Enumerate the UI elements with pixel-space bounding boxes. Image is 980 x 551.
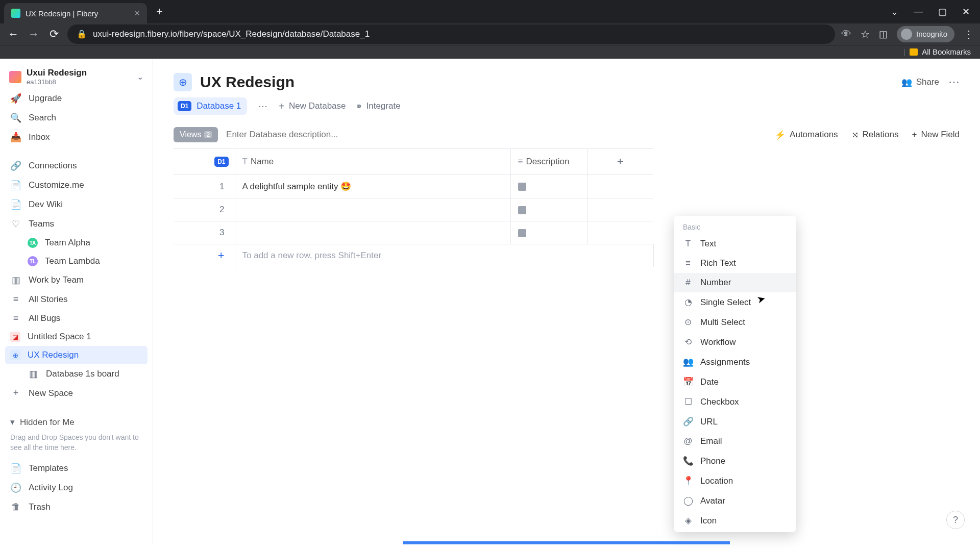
field-type-multi-select[interactable]: ⊙Multi Select [674,312,796,332]
field-type-rich-text[interactable]: ≡Rich Text [674,254,796,273]
extensions-icon[interactable]: ◫ [879,29,888,40]
sidebar-item-db1-board[interactable]: ▥Database 1s board [5,364,148,384]
field-type-number[interactable]: #Number [674,273,796,292]
back-button[interactable]: ← [6,28,20,41]
board-icon: ▥ [10,274,21,286]
chevron-down-icon[interactable]: ⌄ [891,6,898,17]
tab-close-icon[interactable]: × [134,8,140,19]
location-icon: 📍 [683,475,693,486]
incognito-badge[interactable]: Incognito [897,26,954,42]
automations-button[interactable]: ⚡Automations [775,130,838,140]
workspace-avatar-icon [9,71,21,83]
database-chip[interactable]: D1 Database 1 [174,97,247,115]
field-type-label: Single Select [700,297,751,308]
page-title[interactable]: UX Redesign [200,73,295,91]
new-field-button[interactable]: +New Field [912,130,960,140]
page-icon[interactable]: ⊕ [174,73,192,91]
relations-button[interactable]: ⤭Relations [851,130,899,140]
field-type-location[interactable]: 📍Location [674,471,796,491]
phone-icon: 📞 [683,456,693,466]
field-type-assignments[interactable]: 👥Assignments [674,352,796,372]
tab-bar: UX Redesign | Fibery × + ⌄ ― ▢ ✕ [0,0,980,23]
field-type-avatar[interactable]: ◯Avatar [674,491,796,511]
share-button[interactable]: 👥Share [901,77,939,88]
activity-log-label: Activity Log [29,483,73,493]
sidebar-item-untitled-space[interactable]: ◪Untitled Space 1 [5,328,148,346]
browser-tab[interactable]: UX Redesign | Fibery × [4,3,147,23]
nav-right: 👁 ☆ ◫ Incognito ⋮ [841,26,974,42]
dropdown-scroll[interactable]: Basic TText≡Rich Text#Number◔Single Sele… [674,220,796,532]
upgrade-button[interactable]: 🚀Upgrade [5,89,148,108]
cell-desc[interactable] [510,198,587,221]
description-input[interactable] [226,130,767,140]
bookmark-bar: | All Bookmarks [0,45,980,59]
cell-empty [587,221,653,244]
sidebar-item-devwiki[interactable]: 📄Dev Wiki [5,195,148,214]
col-header-description[interactable]: ≡Description [510,149,587,175]
field-type-email[interactable]: @Email [674,432,796,451]
reload-button[interactable]: ⟳ [47,28,61,41]
field-type-icon[interactable]: ◈Icon [674,511,796,531]
search-button[interactable]: 🔍Search [5,108,148,128]
url-bar[interactable]: 🔒 uxui-redesign.fibery.io/fibery/space/U… [67,24,835,44]
sidebar-item-all-bugs[interactable]: ≡All Bugs [5,309,148,328]
sidebar-item-team-lambda[interactable]: TLTeam Lambda [5,252,148,270]
field-type-date[interactable]: 📅Date [674,372,796,392]
help-button[interactable]: ? [946,511,965,529]
tab-favicon-icon [11,9,20,18]
field-type-label: Multi Select [700,317,745,328]
cell-desc[interactable] [510,221,587,244]
forward-button[interactable]: → [27,28,41,41]
new-database-button[interactable]: +New Database [279,101,346,112]
workspace-switcher[interactable]: Uxui Redesign ea131bb8 ⌄ [5,65,148,89]
views-count: 2 [204,131,212,138]
views-button[interactable]: Views2 [174,127,218,142]
maximize-icon[interactable]: ▢ [938,6,947,17]
url-text: uxui-redesign.fibery.io/fibery/space/UX_… [93,29,370,39]
clock-icon: 🕘 [10,482,21,493]
table-row[interactable]: 2 [174,198,653,221]
table-row[interactable]: 1 A delightful sample entity 🤩 [174,175,653,198]
cell-name[interactable]: A delightful sample entity 🤩 [235,175,510,198]
trash-button[interactable]: 🗑Trash [5,497,148,516]
cell-desc[interactable] [510,175,587,198]
chevron-down-icon: ⌄ [137,72,143,82]
new-space-button[interactable]: +New Space [5,384,148,403]
cell-name[interactable] [235,198,510,221]
activity-log-button[interactable]: 🕘Activity Log [5,478,148,497]
relations-icon: ⤭ [851,130,859,140]
field-type-url[interactable]: 🔗URL [674,412,796,432]
connections-label: Connections [29,161,77,171]
star-icon[interactable]: ☆ [861,28,870,40]
table-row[interactable]: 3 [174,221,653,244]
field-type-checkbox[interactable]: ☐Checkbox [674,392,796,412]
col-header-name[interactable]: TName [235,149,510,175]
all-bookmarks-button[interactable]: All Bookmarks [922,47,971,56]
add-column-button[interactable]: + [587,149,653,175]
field-type-workflow[interactable]: ⟲Workflow [674,332,796,352]
inbox-button[interactable]: 📥Inbox [5,128,148,147]
db-more-icon[interactable]: ⋯ [256,101,270,112]
browser-menu-icon[interactable]: ⋮ [964,28,974,40]
templates-button[interactable]: 📄Templates [5,459,148,478]
sidebar-item-customize[interactable]: 📄Customize.me [5,176,148,195]
field-type-single-select[interactable]: ◔Single Select [674,292,796,312]
new-tab-button[interactable]: + [156,5,163,18]
field-type-text[interactable]: TText [674,234,796,254]
toolbar-right: ⚡Automations ⤭Relations +New Field [775,130,960,140]
more-icon[interactable]: ⋯ [948,76,960,89]
eye-off-icon[interactable]: 👁 [841,28,851,40]
sidebar-item-all-stories[interactable]: ≡All Stories [5,290,148,309]
sidebar-item-teams[interactable]: ♡Teams [5,214,148,234]
minimize-icon[interactable]: ― [914,6,923,17]
sidebar-item-connections[interactable]: 🔗Connections [5,156,148,176]
field-type-phone[interactable]: 📞Phone [674,451,796,471]
sidebar-item-team-alpha[interactable]: TATeam Alpha [5,234,148,252]
sidebar-item-work-by-team[interactable]: ▥Work by Team [5,270,148,290]
sidebar-item-ux-redesign[interactable]: ⊕UX Redesign [5,346,148,364]
close-window-icon[interactable]: ✕ [962,6,970,17]
hidden-section-toggle[interactable]: ▾ Hidden for Me [5,412,148,433]
cell-name[interactable] [235,221,510,244]
integrate-button[interactable]: ⚭Integrate [355,101,401,112]
add-row[interactable]: + To add a new row, press Shift+Enter [174,244,653,267]
